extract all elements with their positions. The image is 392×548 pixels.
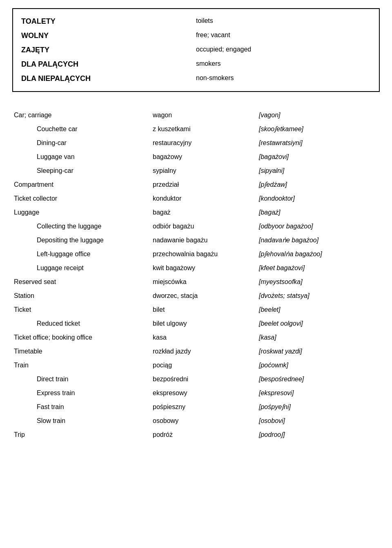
vocab-english: Luggage [12,206,151,219]
box-english-term: non-smokers [196,73,371,85]
vocab-english: Collecting the luggage [12,219,151,233]
vocab-row: Collecting the luggageodbiór bagażu[odby… [12,219,380,233]
vocab-english: Station [12,289,151,303]
vocab-polish: rozkład jazdy [151,344,257,358]
vocab-row: Timetablerozkład jazdy[roskwat yazdi] [12,344,380,358]
vocab-row: Car; carriagewagon[vagon] [12,108,380,122]
vocab-polish: osobowy [151,414,257,428]
vocab-polish: dworzec, stacja [151,289,257,303]
top-box: TOALETYtoiletsWOLNYfree; vacantZAJĘTYocc… [12,8,380,92]
vocab-row: Stationdworzec, stacja[dvożets; statsya] [12,289,380,303]
vocab-row: Luggage vanbagażowy[bagażovi] [12,150,380,164]
vocab-row: Left-luggage officeprzechowalnia bagażu[… [12,247,380,261]
vocab-pronunciation: [beelet oolgovi] [257,317,380,331]
vocab-polish: miejscówka [151,275,257,289]
vocab-polish: kwit bagażowy [151,261,257,275]
vocab-pronunciation: [osobovi] [257,414,380,428]
vocab-polish: z kuszetkami [151,122,257,136]
vocab-polish: bezpośredni [151,372,257,386]
vocab-pronunciation: [kasa] [257,331,380,344]
vocab-row: Luggage receiptkwit bagażowy[kfeet bagaż… [12,261,380,275]
vocab-pronunciation: [podrooʃ] [257,428,380,442]
vocab-row: Reduced ticketbilet ulgowy[beelet oolgov… [12,317,380,331]
vocab-pronunciation: [sipyalni] [257,164,380,178]
box-polish-term: DLA PALĄCYCH [21,58,196,70]
vocab-english: Direct train [12,372,151,386]
vocab-pronunciation: [pʃedżaw] [257,178,380,192]
vocab-polish: kasa [151,331,257,344]
vocab-pronunciation: [beelet] [257,303,380,317]
vocab-polish: bilet ulgowy [151,317,257,331]
vocab-row: Compartmentprzedział[pʃedżaw] [12,178,380,192]
vocab-pronunciation: [odbyoor bagażoo] [257,219,380,233]
vocab-polish: nadawanie bagażu [151,233,257,247]
vocab-row: Trainpociąg[poćownk] [12,358,380,372]
vocab-row: Couchette carz kuszetkami[skooʃetkamee] [12,122,380,136]
vocab-polish: pośpieszny [151,400,257,414]
vocab-english: Train [12,358,151,372]
vocab-row: Luggagebagaż[bagaż] [12,206,380,219]
vocab-english: Sleeping-car [12,164,151,178]
vocab-polish: bagażowy [151,150,257,164]
box-english-term: toilets [196,16,371,27]
vocab-row: Trippodróż[podrooʃ] [12,428,380,442]
vocab-row: Depositing the luggagenadawanie bagażu[n… [12,233,380,247]
vocab-polish: wagon [151,108,257,122]
vocab-row: Slow trainosobowy[osobovi] [12,414,380,428]
vocab-pronunciation: [bagaż] [257,206,380,219]
vocab-pronunciation: [restawratsiyni] [257,136,380,150]
box-polish-term: WOLNY [21,30,196,42]
vocab-pronunciation: [myeystsoofka] [257,275,380,289]
vocab-row: Reserved seatmiejscówka[myeystsoofka] [12,275,380,289]
vocab-row: Sleeping-carsypialny[sipyalni] [12,164,380,178]
vocab-row: Direct trainbezpośredni[bespośrednee] [12,372,380,386]
vocab-english: Fast train [12,400,151,414]
vocab-row: Dining-carrestauracyjny[restawratsiyni] [12,136,380,150]
vocab-pronunciation: [kondooktor] [257,192,380,206]
vocab-english: Express train [12,386,151,400]
vocab-polish: pociąg [151,358,257,372]
vocab-polish: sypialny [151,164,257,178]
vocab-polish: bagaż [151,206,257,219]
vocab-pronunciation: [nadavaṅe bagażoo] [257,233,380,247]
box-english-term: smokers [196,58,371,70]
vocab-english: Ticket [12,303,151,317]
vocab-row: Fast trainpośpieszny[pośpyeʃni] [12,400,380,414]
vocab-polish: restauracyjny [151,136,257,150]
vocab-pronunciation: [poćownk] [257,358,380,372]
vocab-pronunciation: [bagażovi] [257,150,380,164]
vocab-row: Express trainekspresowy[ekspresovi] [12,386,380,400]
vocab-polish: ekspresowy [151,386,257,400]
vocab-polish: przechowalnia bagażu [151,247,257,261]
vocab-pronunciation: [bespośrednee] [257,372,380,386]
vocab-pronunciation: [kfeet bagażovi] [257,261,380,275]
vocab-polish: przedział [151,178,257,192]
vocab-english: Slow train [12,414,151,428]
vocab-english: Car; carriage [12,108,151,122]
vocab-english: Timetable [12,344,151,358]
vocab-pronunciation: [vagon] [257,108,380,122]
vocab-polish: odbiór bagażu [151,219,257,233]
vocab-polish: konduktor [151,192,257,206]
vocab-pronunciation: [pośpyeʃni] [257,400,380,414]
vocab-pronunciation: [roskwat yazdi] [257,344,380,358]
box-polish-term: ZAJĘTY [21,44,196,56]
vocab-english: Left-luggage office [12,247,151,261]
box-polish-term: DLA NIEPALĄCYCH [21,73,196,85]
vocab-english: Ticket collector [12,192,151,206]
box-english-term: free; vacant [196,30,371,42]
vocab-english: Trip [12,428,151,442]
vocab-pronunciation: [dvożets; statsya] [257,289,380,303]
vocab-pronunciation: [ekspresovi] [257,386,380,400]
box-english-term: occupied; engaged [196,44,371,56]
vocab-polish: podróż [151,428,257,442]
vocab-table: Car; carriagewagon[vagon]Couchette carz … [12,108,380,442]
vocab-english: Depositing the luggage [12,233,151,247]
vocab-english: Luggage van [12,150,151,164]
vocab-pronunciation: [pʃehovalṅa bagażoo] [257,247,380,261]
vocab-english: Ticket office; booking office [12,331,151,344]
vocab-row: Ticket collectorkonduktor[kondooktor] [12,192,380,206]
vocab-pronunciation: [skooʃetkamee] [257,122,380,136]
vocab-polish: bilet [151,303,257,317]
vocab-english: Reserved seat [12,275,151,289]
